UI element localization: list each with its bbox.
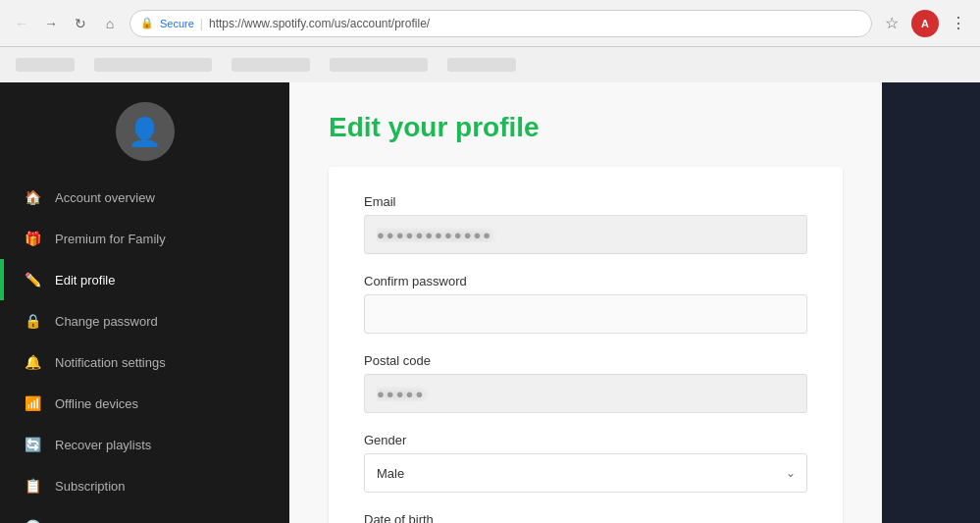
sidebar-item-subscription[interactable]: 📋 Subscription bbox=[0, 465, 289, 506]
email-input[interactable] bbox=[364, 215, 807, 254]
avatar: 👤 bbox=[116, 102, 175, 161]
home-icon: 🏠 bbox=[24, 188, 41, 206]
sidebar-avatar: 👤 bbox=[0, 82, 289, 177]
sidebar-label-subscription: Subscription bbox=[55, 479, 126, 494]
sidebar-label-receipts: Receipts bbox=[55, 520, 105, 524]
dob-label: Date of birth bbox=[364, 512, 807, 523]
address-bar[interactable]: 🔒 Secure | https://www.spotify.com/us/ac… bbox=[129, 10, 872, 37]
url-text: https://www.spotify.com/us/account/profi… bbox=[209, 17, 430, 30]
menu-button[interactable]: ⋮ bbox=[945, 10, 972, 37]
pencil-icon: ✏️ bbox=[24, 271, 41, 288]
sidebar-label-edit-profile: Edit profile bbox=[55, 273, 115, 288]
confirm-password-input[interactable] bbox=[364, 294, 807, 334]
postal-code-input[interactable] bbox=[364, 374, 807, 413]
right-panel bbox=[882, 82, 980, 523]
postal-code-field-group: Postal code bbox=[364, 353, 807, 413]
browser-chrome: ← → ↻ ⌂ 🔒 Secure | https://www.spotify.c… bbox=[0, 0, 980, 47]
sidebar-label-change-password: Change password bbox=[55, 314, 158, 329]
profile-button[interactable]: A bbox=[911, 10, 939, 37]
confirm-password-label: Confirm password bbox=[364, 274, 807, 288]
sidebar-label-notification-settings: Notification settings bbox=[55, 355, 166, 370]
gender-label: Gender bbox=[364, 433, 807, 447]
refresh-icon: 🔄 bbox=[24, 436, 41, 453]
banner-item-4 bbox=[330, 58, 428, 72]
page-title: Edit your profile bbox=[329, 112, 843, 143]
confirm-password-field-group: Confirm password bbox=[364, 274, 807, 334]
banner-item-2 bbox=[94, 58, 212, 72]
email-label: Email bbox=[364, 194, 807, 209]
postal-code-label: Postal code bbox=[364, 353, 807, 368]
clipboard-icon: 📋 bbox=[24, 477, 41, 495]
banner-item-1 bbox=[16, 58, 75, 72]
sidebar-item-notification-settings[interactable]: 🔔 Notification settings bbox=[0, 341, 289, 383]
gift-icon: 🎁 bbox=[24, 230, 41, 247]
top-banner bbox=[0, 47, 980, 82]
sidebar-label-premium-for-family: Premium for Family bbox=[55, 232, 166, 246]
gender-select[interactable]: Male Female Non-binary Other Prefer not … bbox=[364, 453, 807, 493]
back-button[interactable]: ← bbox=[8, 10, 35, 37]
home-button[interactable]: ⌂ bbox=[96, 10, 124, 37]
sidebar-item-edit-profile[interactable]: ✏️ Edit profile bbox=[0, 259, 289, 300]
email-field-group: Email bbox=[364, 194, 807, 254]
banner-item-5 bbox=[447, 58, 516, 72]
sidebar-item-premium-for-family[interactable]: 🎁 Premium for Family bbox=[0, 218, 289, 259]
dob-field-group: Date of birth ●● ⌄ ●● ⌄ bbox=[364, 512, 807, 523]
sidebar-item-recover-playlists[interactable]: 🔄 Recover playlists bbox=[0, 424, 289, 465]
nav-buttons: ← → ↻ ⌂ bbox=[8, 10, 124, 37]
main-layout: 👤 🏠 Account overview 🎁 Premium for Famil… bbox=[0, 82, 980, 523]
bookmark-button[interactable]: ☆ bbox=[878, 10, 905, 37]
clock-icon: 🕐 bbox=[24, 518, 41, 523]
gender-field-group: Gender Male Female Non-binary Other Pref… bbox=[364, 433, 807, 493]
signal-icon: 📶 bbox=[24, 394, 41, 412]
sidebar-item-offline-devices[interactable]: 📶 Offline devices bbox=[0, 383, 289, 424]
forward-button[interactable]: → bbox=[37, 10, 65, 37]
sidebar-label-recover-playlists: Recover playlists bbox=[55, 438, 151, 452]
sidebar-item-change-password[interactable]: 🔒 Change password bbox=[0, 300, 289, 341]
content-area: Edit your profile Email Confirm password… bbox=[289, 82, 882, 523]
reload-button[interactable]: ↻ bbox=[67, 10, 94, 37]
secure-icon: 🔒 bbox=[140, 17, 154, 29]
sidebar: 👤 🏠 Account overview 🎁 Premium for Famil… bbox=[0, 82, 289, 523]
sidebar-item-account-overview[interactable]: 🏠 Account overview bbox=[0, 177, 289, 218]
form-card: Email Confirm password Postal code Gende… bbox=[329, 167, 843, 523]
sidebar-item-receipts[interactable]: 🕐 Receipts bbox=[0, 506, 289, 523]
sidebar-label-account-overview: Account overview bbox=[55, 190, 155, 205]
sidebar-label-offline-devices: Offline devices bbox=[55, 396, 138, 411]
bell-icon: 🔔 bbox=[24, 353, 41, 371]
secure-label: Secure bbox=[160, 18, 194, 29]
lock-icon: 🔒 bbox=[24, 312, 41, 330]
banner-item-3 bbox=[232, 58, 310, 72]
gender-select-wrapper: Male Female Non-binary Other Prefer not … bbox=[364, 453, 807, 493]
